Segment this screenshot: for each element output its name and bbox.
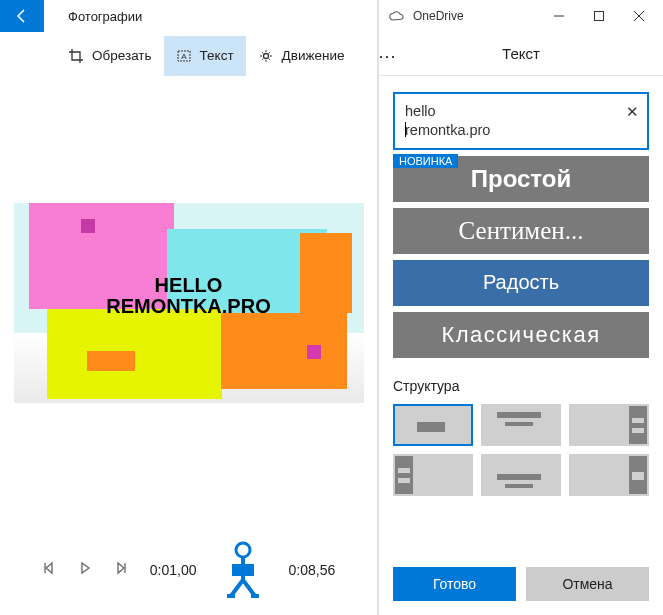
text-tool-label: Текст	[200, 48, 234, 63]
style-option-sentimental[interactable]: Сентимен...	[393, 208, 649, 254]
next-frame-icon	[114, 561, 128, 575]
maximize-icon	[594, 11, 604, 21]
style-label: Радость	[483, 271, 559, 294]
style-option-classic[interactable]: Классическая	[393, 312, 649, 358]
svg-rect-13	[595, 11, 604, 20]
canvas-area: HELLO REMONTKA.PRO	[0, 80, 377, 525]
playhead-icon	[219, 540, 267, 600]
text-input-line2: remontka.pro	[405, 121, 619, 140]
shape-orange-bottom	[221, 313, 347, 389]
text-input-line1: hello	[405, 102, 619, 121]
playback-controls: 0:01,00 0:08,56	[0, 525, 377, 615]
panel-heading: Текст	[379, 32, 663, 76]
crop-label: Обрезать	[92, 48, 152, 63]
svg-point-2	[263, 53, 268, 58]
motion-label: Движение	[282, 48, 345, 63]
cancel-button[interactable]: Отмена	[526, 567, 649, 601]
clear-text-button[interactable]: ✕	[626, 102, 639, 122]
text-tool-icon: A	[176, 48, 192, 64]
motion-button[interactable]: Движение	[246, 36, 357, 76]
crop-button[interactable]: Обрезать	[56, 36, 164, 76]
svg-rect-7	[232, 564, 254, 576]
play-icon	[78, 561, 92, 575]
onedrive-label: OneDrive	[413, 9, 539, 23]
close-button[interactable]	[619, 0, 659, 32]
close-icon	[634, 11, 644, 21]
overlay-text: HELLO REMONTKA.PRO	[74, 275, 304, 317]
svg-text:A: A	[181, 52, 187, 61]
current-time: 0:01,00	[150, 562, 197, 578]
style-option-simple[interactable]: НОВИНКА Простой	[393, 156, 649, 202]
layout-right[interactable]	[569, 404, 649, 446]
minimize-icon	[554, 11, 564, 21]
svg-line-8	[231, 580, 243, 596]
next-frame-button[interactable]	[114, 561, 128, 579]
onedrive-titlebar: OneDrive	[379, 0, 663, 32]
prev-frame-button[interactable]	[42, 561, 56, 579]
layout-left[interactable]	[393, 454, 473, 496]
svg-point-5	[236, 543, 250, 557]
text-tool-button[interactable]: A Текст	[164, 36, 246, 76]
motion-icon	[258, 48, 274, 64]
svg-line-9	[243, 580, 255, 596]
layout-bottom[interactable]	[481, 454, 561, 496]
shape-yellow	[47, 309, 222, 399]
style-label: Сентимен...	[459, 217, 584, 245]
layout-right-alt[interactable]	[569, 454, 649, 496]
layout-center[interactable]	[393, 404, 473, 446]
text-input[interactable]: hello remontka.pro ✕	[393, 92, 649, 150]
back-button[interactable]	[0, 0, 44, 32]
done-button[interactable]: Готово	[393, 567, 516, 601]
text-styles-list: НОВИНКА Простой Сентимен... Радость Клас…	[393, 156, 649, 358]
layout-top[interactable]	[481, 404, 561, 446]
layout-grid	[393, 404, 649, 496]
minimize-button[interactable]	[539, 0, 579, 32]
shape-orange-right	[300, 233, 352, 313]
app-title: Фотографии	[68, 9, 142, 24]
toolbar: Обрезать A Текст Движение ⋯	[0, 32, 377, 80]
left-titlebar: Фотографии	[0, 0, 377, 32]
total-time: 0:08,56	[289, 562, 336, 578]
style-label: Простой	[471, 165, 571, 193]
style-option-joy[interactable]: Радость	[393, 260, 649, 306]
style-label: Классическая	[441, 322, 600, 348]
play-button[interactable]	[78, 561, 92, 579]
new-badge: НОВИНКА	[393, 154, 458, 168]
crop-icon	[68, 48, 84, 64]
prev-frame-icon	[42, 561, 56, 575]
onedrive-icon	[389, 10, 405, 22]
playhead-handle[interactable]	[219, 538, 267, 602]
maximize-button[interactable]	[579, 0, 619, 32]
panel-footer: Готово Отмена	[379, 553, 663, 615]
video-preview[interactable]: HELLO REMONTKA.PRO	[14, 203, 364, 403]
structure-heading: Структура	[393, 378, 649, 394]
